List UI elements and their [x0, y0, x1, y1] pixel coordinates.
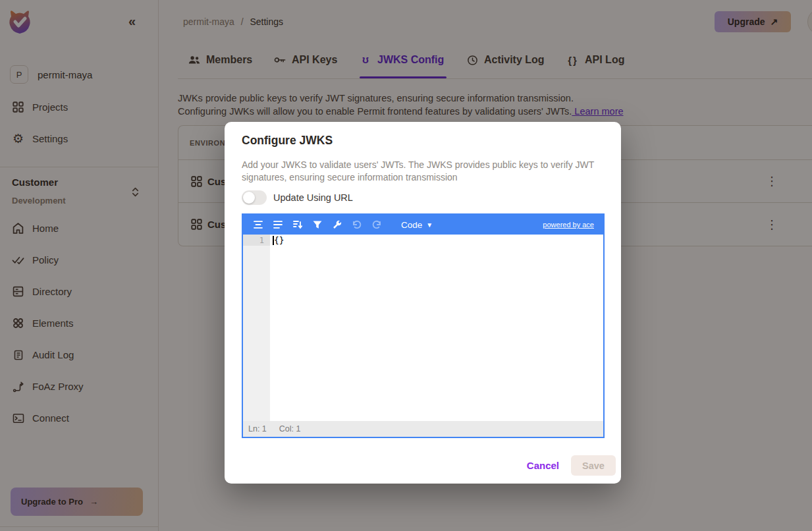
editor-mode-select[interactable]: Code ▼ — [401, 220, 433, 230]
editor-body[interactable]: 1 {} — [243, 235, 603, 421]
undo-icon[interactable] — [351, 219, 362, 231]
editor-status-bar: Ln: 1 Col: 1 — [243, 421, 603, 437]
toggle-label: Update Using URL — [273, 192, 353, 203]
editor-gutter: 1 — [243, 235, 270, 421]
editor-line-number: 1 — [243, 235, 270, 246]
filter-icon[interactable] — [311, 219, 323, 231]
powered-by-ace-link[interactable]: powered by ace — [543, 221, 594, 229]
status-column: Col: 1 — [279, 424, 301, 433]
editor-toolbar: Code ▼ powered by ace — [243, 215, 603, 235]
save-button[interactable]: Save — [571, 455, 616, 476]
modal-title: Configure JWKS — [242, 134, 333, 148]
editor-mode-label: Code — [401, 220, 422, 230]
jwks-code-editor[interactable]: Code ▼ powered by ace 1 {} Ln: 1 Col: 1 — [242, 213, 605, 438]
app-window: « P permit-maya Projects ⚙ Settings Cust… — [0, 0, 812, 531]
modal-footer: Cancel Save — [242, 455, 616, 476]
modal-description: Add your JWKS to validate users' JWTs. T… — [242, 159, 605, 184]
editor-content[interactable]: {} — [270, 235, 603, 246]
configure-jwks-modal: Configure JWKS Add your JWKS to validate… — [225, 122, 621, 484]
update-using-url-toggle[interactable] — [242, 190, 267, 205]
wrench-icon[interactable] — [331, 219, 342, 231]
editor-code-text: {} — [274, 235, 284, 245]
align-icon[interactable] — [272, 219, 283, 231]
status-line: Ln: 1 — [248, 424, 267, 433]
format-icon[interactable] — [252, 219, 263, 231]
toggle-knob — [243, 192, 255, 204]
chevron-down-icon: ▼ — [426, 221, 433, 229]
sort-icon[interactable] — [292, 219, 303, 231]
redo-icon[interactable] — [371, 219, 382, 231]
cancel-button[interactable]: Cancel — [527, 460, 559, 471]
